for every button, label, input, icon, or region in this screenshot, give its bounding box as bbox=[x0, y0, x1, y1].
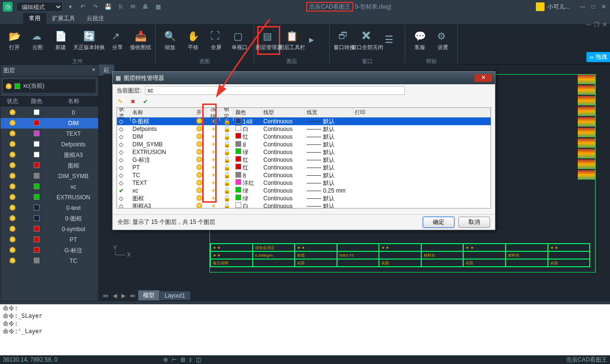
sun-icon[interactable]: ☀ bbox=[211, 126, 216, 132]
bulb-icon[interactable] bbox=[196, 164, 202, 170]
grid-row[interactable]: ◇G-标注☀🔓 红Continuous默认 bbox=[117, 156, 491, 164]
ribbon-full[interactable]: ⛶全屏 bbox=[205, 26, 228, 55]
set-current-icon[interactable]: ✔ bbox=[142, 98, 149, 105]
menu-tab[interactable]: 常用 bbox=[23, 13, 46, 24]
layout-tab[interactable]: 模型 bbox=[138, 290, 159, 300]
ribbon-layermgr[interactable]: ▤图层管理器 bbox=[257, 26, 280, 55]
sub-minimize-icon[interactable]: — bbox=[585, 21, 591, 28]
sun-icon[interactable]: ☀ bbox=[211, 195, 216, 202]
ribbon-settings[interactable]: ⚙设置 bbox=[431, 26, 454, 55]
layer-list-item[interactable]: PT bbox=[0, 234, 98, 245]
ribbon-pan[interactable]: ✋平移 bbox=[182, 26, 205, 55]
grid-row[interactable]: ◇TC☀🔓 8Continuous默认 bbox=[117, 171, 491, 179]
lock-icon[interactable]: 🔓 bbox=[223, 126, 231, 132]
lock-icon[interactable]: 🔓 bbox=[223, 180, 231, 186]
layer-grid[interactable]: 状态 名称 开 冻结 锁定 颜色 线型 线宽 打印 ◇0-图框☀🔓 148Con… bbox=[117, 107, 491, 208]
layer-list-item[interactable]: DIM bbox=[0, 118, 98, 129]
sun-icon[interactable]: ☀ bbox=[211, 172, 216, 179]
current-layer-combo[interactable]: xc(当前) bbox=[2, 78, 96, 93]
sun-icon[interactable]: ☀ bbox=[211, 203, 216, 208]
qat-icon[interactable]: ⎘ bbox=[117, 3, 124, 11]
bulb-icon[interactable] bbox=[196, 172, 202, 178]
lock-icon[interactable]: 🔓 bbox=[223, 195, 231, 202]
bulb-icon[interactable] bbox=[196, 156, 202, 162]
tab-first-icon[interactable]: ⏮ bbox=[101, 292, 110, 299]
ok-button[interactable]: 确定 bbox=[423, 217, 454, 228]
lock-icon[interactable]: 🔓 bbox=[223, 172, 231, 179]
grid-row[interactable]: ◇图框A3☀🔓 白Continuous默认 bbox=[117, 202, 491, 208]
ribbon-cs[interactable]: 💬客服 bbox=[408, 26, 431, 55]
ribbon-vport[interactable]: ▢单视口 bbox=[228, 26, 251, 55]
bulb-icon[interactable] bbox=[196, 141, 202, 147]
lock-icon[interactable]: 🔓 bbox=[223, 164, 231, 171]
sun-icon[interactable]: ☀ bbox=[211, 164, 216, 171]
ribbon-new[interactable]: 📄新建 bbox=[49, 26, 72, 55]
ribbon-open[interactable]: 📂打开 bbox=[3, 26, 26, 55]
maximize-icon[interactable]: □ bbox=[590, 3, 597, 10]
ribbon-wmisc[interactable]: ☰ bbox=[379, 26, 402, 55]
menu-tab[interactable]: 云批注 bbox=[81, 13, 110, 24]
layer-list-item[interactable]: 0-text bbox=[0, 203, 98, 213]
delete-layer-icon[interactable]: ✖ bbox=[129, 98, 137, 105]
status-icon[interactable]: ⊞ bbox=[181, 356, 185, 363]
bulb-icon[interactable] bbox=[196, 126, 202, 131]
tab-last-icon[interactable]: ⏭ bbox=[128, 292, 138, 299]
layer-list-item[interactable]: DIM_SYMB bbox=[0, 171, 98, 182]
minimize-icon[interactable]: — bbox=[579, 3, 586, 10]
mode-dropdown[interactable]: 编辑模式 bbox=[16, 2, 63, 12]
command-area[interactable]: 命令: 命令:_SLayer 命令: 命令:'_Layer bbox=[0, 304, 610, 355]
qat-icon[interactable]: ▦ bbox=[154, 3, 162, 11]
layer-list-item[interactable]: TEXT bbox=[0, 129, 98, 139]
ribbon-recv[interactable]: 📥接收图纸 bbox=[129, 26, 152, 55]
status-icon[interactable]: ⫿ bbox=[189, 356, 192, 363]
grid-row[interactable]: ◇TEXT☀🔓 洋红Continuous默认 bbox=[117, 179, 491, 187]
status-icon[interactable]: ◫ bbox=[196, 356, 201, 363]
qat-icon[interactable]: ↶ bbox=[79, 3, 87, 11]
layer-list-item[interactable]: xc bbox=[0, 182, 98, 192]
menu-tab[interactable]: 扩展工具 bbox=[46, 13, 81, 24]
sub-restore-icon[interactable]: ❐ bbox=[594, 21, 599, 28]
tab-prev-icon[interactable]: ◀ bbox=[111, 292, 119, 299]
lock-icon[interactable]: 🔓 bbox=[223, 141, 231, 148]
layer-list-item[interactable]: 图框 bbox=[0, 160, 98, 171]
sun-icon[interactable]: ☀ bbox=[211, 180, 216, 186]
sun-icon[interactable]: ☀ bbox=[211, 141, 216, 148]
share-float[interactable]: ∞ 拖拽 bbox=[586, 52, 610, 62]
grid-row[interactable]: ✔xc☀🔓 绿Continuous0.25 mm bbox=[117, 187, 491, 195]
grid-row[interactable]: ◇图框☀🔓 绿Continuous默认 bbox=[117, 195, 491, 202]
ribbon-tconvert[interactable]: 🔄天正版本转换 bbox=[72, 26, 106, 55]
bulb-icon[interactable] bbox=[196, 195, 202, 201]
close-icon[interactable]: ✕ bbox=[600, 3, 607, 10]
lock-icon[interactable]: 🔓 bbox=[223, 149, 231, 156]
bulb-icon[interactable] bbox=[196, 187, 202, 193]
qat-icon[interactable]: 🖶 bbox=[142, 3, 149, 11]
ribbon-zoom[interactable]: 🔍缩放 bbox=[158, 26, 182, 55]
grid-row[interactable]: ◇0-图框☀🔓 148Continuous默认 bbox=[117, 117, 491, 125]
qat-icon[interactable]: ▾ bbox=[66, 3, 74, 11]
layer-list-item[interactable]: 0 bbox=[0, 107, 98, 118]
tab-next-icon[interactable]: ▶ bbox=[119, 292, 128, 299]
cancel-button[interactable]: 取消 bbox=[458, 217, 490, 228]
ribbon-layertool[interactable]: 📋图层工具栏 bbox=[280, 26, 303, 55]
current-layer-field[interactable] bbox=[145, 86, 405, 95]
layout-tab[interactable]: Layout1 bbox=[160, 291, 190, 300]
grid-row[interactable]: ◇DIM_SYMB☀🔓 8Continuous默认 bbox=[117, 141, 491, 148]
sun-icon[interactable]: ☀ bbox=[211, 133, 216, 140]
grid-row[interactable]: ◇PT☀🔓 红Continuous默认 bbox=[117, 164, 491, 171]
bulb-icon[interactable] bbox=[196, 180, 202, 185]
layer-list-item[interactable]: 0-图框 bbox=[0, 213, 98, 224]
new-layer-icon[interactable]: ✎ bbox=[117, 98, 124, 105]
layer-list-item[interactable]: 图框A3 bbox=[0, 150, 98, 160]
qat-icon[interactable]: ✉ bbox=[129, 3, 137, 11]
sun-icon[interactable]: ☀ bbox=[211, 118, 216, 125]
lock-icon[interactable]: 🔓 bbox=[223, 118, 231, 125]
layer-list-item[interactable]: EXTRUSION bbox=[0, 192, 98, 203]
grid-row[interactable]: ◇Defpoints☀🔓 白Continuous默认 bbox=[117, 125, 491, 133]
ribbon-cloud[interactable]: ☁云图 bbox=[26, 26, 49, 55]
sun-icon[interactable]: ☀ bbox=[211, 149, 216, 156]
bulb-icon[interactable] bbox=[196, 203, 202, 208]
sub-close-icon[interactable]: ✕ bbox=[602, 21, 607, 28]
bulb-icon[interactable] bbox=[196, 118, 202, 124]
layer-list-item[interactable]: Defpoints bbox=[0, 139, 98, 150]
lock-icon[interactable]: 🔓 bbox=[223, 203, 231, 208]
